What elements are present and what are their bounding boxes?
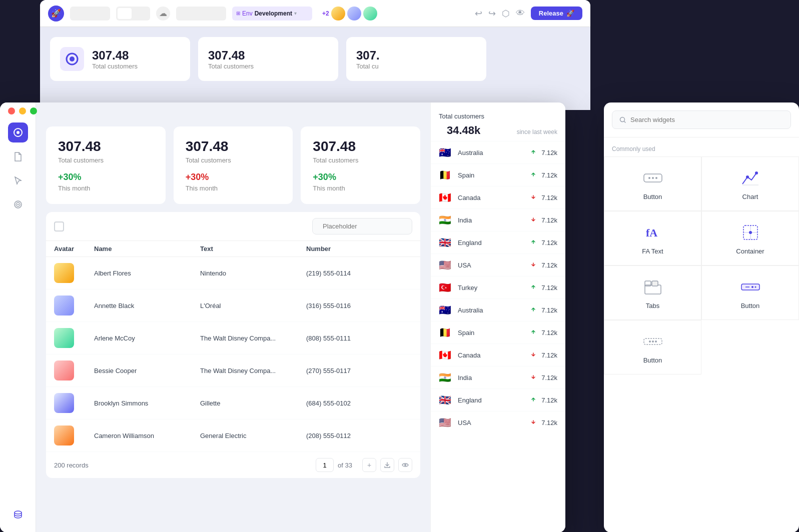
country-flag: 🇧🇪 (439, 169, 453, 181)
svg-point-13 (652, 177, 654, 179)
widget-item-button3[interactable]: Button (604, 320, 701, 374)
cell-number: (684) 555-0102 (306, 400, 412, 407)
bg-content-area: 307.48 Total customers 307.48 Total cust… (40, 27, 590, 91)
country-value: 7.12k (541, 172, 557, 179)
right-panel-since: since last week (517, 128, 557, 136)
stat-label-2: Total customers (186, 156, 281, 164)
country-flag: 🇮🇳 (439, 214, 453, 226)
country-trend-icon (530, 170, 536, 180)
country-flag: 🇦🇺 (439, 146, 453, 158)
country-trend-icon (530, 193, 536, 202)
cell-text: The Walt Disney Compa... (200, 367, 306, 374)
country-trend-icon (530, 260, 536, 270)
country-value: 7.12k (541, 262, 557, 269)
page-number-input[interactable] (316, 458, 334, 472)
country-row: 🇦🇺 Australia 7.12k (431, 298, 565, 321)
country-flag: 🇨🇦 (439, 349, 453, 361)
stats-row: 307.48 Total customers +30% This month 3… (46, 126, 420, 204)
cell-name: Cameron Williamson (94, 432, 200, 440)
cell-number: (270) 555-0117 (306, 367, 412, 374)
country-flag: 🇹🇷 (439, 282, 453, 294)
widget-search-container (612, 110, 791, 129)
country-trend-icon (530, 148, 536, 157)
page-actions: + (362, 458, 412, 472)
cell-avatar (54, 263, 94, 283)
country-value: 7.12k (541, 239, 557, 246)
table-row[interactable]: Cameron Williamson General Electric (208… (46, 420, 420, 452)
add-page-icon[interactable]: + (362, 458, 376, 472)
col-header-number: Number (306, 245, 412, 252)
sidebar-item-layers[interactable] (8, 194, 28, 214)
sidebar-item-files[interactable] (8, 146, 28, 166)
widget-item-tabs[interactable]: Tabs (604, 266, 701, 320)
sidebar-item-dashboard[interactable] (8, 122, 28, 142)
country-value: 7.12k (541, 374, 557, 382)
widget-item-container[interactable]: Container (701, 211, 799, 266)
bg-logo-icon: 🚀 (48, 6, 64, 22)
country-row: 🇺🇸 USA 7.12k (431, 254, 565, 276)
bg-nav-item-1 (70, 6, 110, 20)
stat-card-1: 307.48 Total customers +30% This month (46, 126, 166, 204)
widget-search-bar (604, 102, 799, 138)
widget-button2-icon (739, 276, 761, 298)
widget-item-button[interactable]: Button (604, 156, 701, 211)
table-row[interactable]: Albert Flores Nintendo (219) 555-0114 (46, 257, 420, 290)
svg-point-15 (746, 176, 749, 178)
widget-search-icon (619, 116, 626, 124)
stat-period-3: This month (313, 184, 408, 192)
cell-text: The Walt Disney Compa... (200, 334, 306, 342)
bg-env-badge: ⊞ Env Development ▾ (232, 6, 312, 20)
export-icon[interactable] (380, 458, 394, 472)
svg-point-12 (648, 177, 650, 179)
avatar-image (54, 263, 74, 283)
cell-number: (208) 555-0112 (306, 432, 412, 440)
widget-item-fa-text[interactable]: fA FA Text (604, 211, 701, 266)
table-footer: 200 records of 33 + (46, 452, 420, 478)
widget-item-button2[interactable]: Button (701, 266, 799, 320)
view-icon[interactable] (398, 458, 412, 472)
widget-item-chart[interactable]: Chart (701, 156, 799, 211)
bg-stat-label-2: Total customers (208, 62, 254, 70)
traffic-light-yellow[interactable] (19, 108, 26, 114)
table-row[interactable]: Arlene McCoy The Walt Disney Compa... (8… (46, 322, 420, 354)
background-window: 🚀 ☁ ⊞ Env Development ▾ +2 ↩ ↪ ⬡ 👁 Relea… (40, 0, 590, 110)
country-flag: 🇺🇸 (439, 416, 453, 428)
bg-stat-card-3: 307. Total cu (346, 37, 486, 81)
svg-point-16 (755, 172, 758, 174)
widget-button-icon (642, 167, 664, 189)
stat-change-1: +30% (58, 172, 154, 182)
country-row: 🇺🇸 USA 7.12k (431, 411, 565, 434)
table-select-all-checkbox[interactable] (54, 222, 64, 232)
country-row: 🇹🇷 Turkey 7.12k (431, 276, 565, 298)
svg-point-32 (652, 340, 654, 342)
country-name: England (458, 396, 525, 404)
widget-search-input[interactable] (630, 116, 783, 124)
traffic-light-red[interactable] (8, 108, 15, 114)
cell-text: Gillette (200, 400, 306, 407)
stat-period-1: This month (58, 184, 154, 192)
table-row[interactable]: Bessie Cooper The Walt Disney Compa... (… (46, 354, 420, 387)
stat-value-1: 307.48 (58, 138, 154, 154)
widget-tabs-icon (642, 276, 664, 298)
country-flag: 🇧🇪 (439, 326, 453, 338)
country-name: Australia (458, 149, 525, 156)
bg-stat-card-2: 307.48 Total customers (198, 37, 338, 81)
country-row: 🇬🇧 England 7.12k (431, 388, 565, 411)
pagination: of 33 + (316, 458, 412, 472)
country-flag: 🇮🇳 (439, 372, 453, 384)
country-name: Spain (458, 329, 525, 336)
country-name: India (458, 216, 525, 224)
country-flag: 🇬🇧 (439, 394, 453, 406)
table-row[interactable]: Brooklyn Simmons Gillette (684) 555-0102 (46, 387, 420, 420)
traffic-light-green[interactable] (30, 108, 37, 114)
cell-name: Brooklyn Simmons (94, 400, 200, 407)
country-value: 7.12k (541, 306, 557, 314)
table-header: Avatar Name Text Number (46, 240, 420, 257)
bg-release-button[interactable]: Release 🚀 (531, 6, 582, 20)
sidebar-item-database[interactable] (8, 504, 28, 524)
country-name: Turkey (458, 284, 525, 292)
country-row: 🇦🇺 Australia 7.12k (431, 141, 565, 164)
table-row[interactable]: Annette Black L'Oréal (316) 555-0116 (46, 290, 420, 322)
sidebar-item-cursor[interactable] (8, 170, 28, 190)
table-search-input[interactable] (323, 222, 407, 230)
